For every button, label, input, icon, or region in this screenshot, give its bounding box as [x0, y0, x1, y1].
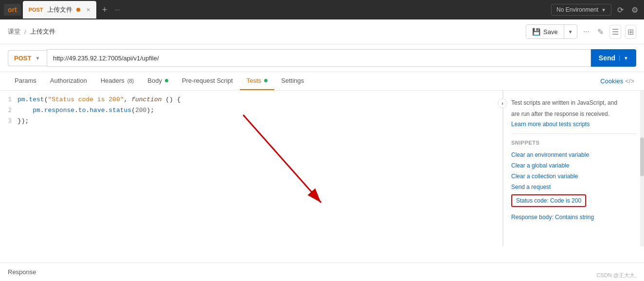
env-dropdown-icon: ▼ — [601, 7, 606, 13]
tab-headers-label: Headers — [101, 77, 125, 84]
tab-settings[interactable]: Settings — [274, 72, 311, 90]
snippet-clear-global[interactable]: Clear a global variable — [511, 160, 637, 171]
send-label: Send — [599, 54, 615, 62]
watermark: CSDN @王大大。 — [597, 272, 640, 279]
snippet-response-body-string[interactable]: Response body: Contains string — [511, 212, 637, 223]
line-content-2: pm.response.to.have.status(200); — [18, 105, 502, 116]
top-bar: ort POST 上传文件 ✕ + ··· No Environment ▼ ⟳… — [0, 0, 644, 19]
app-logo: ort — [4, 4, 21, 16]
line-content-1: pm.test("Status code is 200", function (… — [18, 94, 502, 105]
scrollbar-thumb[interactable] — [640, 137, 644, 176]
send-dropdown-icon[interactable]: ▼ — [619, 56, 628, 61]
top-bar-right: No Environment ▼ ⟳ ⚙ — [551, 3, 640, 17]
breadcrumb-current: 上传文件 — [30, 27, 55, 36]
breadcrumb-bar: 课堂 / 上传文件 💾 Save ▼ ··· ✎ ☰ ⊞ — [0, 19, 644, 44]
active-tab[interactable]: POST 上传文件 ✕ — [23, 1, 96, 19]
layout-icon[interactable]: ⊞ — [625, 25, 636, 39]
tab-title: 上传文件 — [47, 5, 72, 14]
tab-pre-request[interactable]: Pre-request Script — [175, 72, 240, 90]
method-selector[interactable]: POST ▼ — [8, 50, 47, 66]
tab-authorization-label: Authorization — [50, 77, 87, 84]
edit-icon[interactable]: ✎ — [595, 25, 606, 38]
code-line-3: 3 }); — [0, 116, 502, 127]
line-number-3: 3 — [0, 116, 18, 127]
breadcrumb-actions: 💾 Save ▼ ··· ✎ ☰ ⊞ — [526, 24, 636, 39]
snippet-send-request[interactable]: Send a request — [511, 182, 637, 192]
line-number-1: 1 — [0, 94, 18, 105]
tab-tests[interactable]: Tests — [240, 72, 274, 90]
url-bar: POST ▼ Send ▼ — [0, 44, 644, 72]
tab-params-label: Params — [15, 77, 36, 84]
learn-more-link[interactable]: Learn more about tests scripts — [511, 121, 590, 128]
tab-settings-label: Settings — [281, 77, 304, 84]
breadcrumb-more-icon[interactable]: ··· — [581, 25, 591, 38]
env-label: No Environment — [556, 6, 598, 13]
more-tabs-icon[interactable]: ··· — [113, 6, 122, 13]
add-tab-button[interactable]: + — [98, 5, 111, 15]
tab-method: POST — [29, 7, 43, 13]
headers-badge: (8) — [127, 78, 134, 84]
body-dot — [165, 79, 168, 82]
breadcrumb-parent[interactable]: 课堂 — [8, 27, 20, 36]
scrollbar-track — [640, 91, 644, 246]
snippet-clear-env[interactable]: Clear an environment variable — [511, 150, 637, 160]
svg-line-1 — [243, 115, 321, 203]
line-content-3: }); — [18, 116, 502, 127]
panel-toggle-icon[interactable]: › — [498, 98, 507, 108]
tests-dot — [264, 79, 268, 82]
tab-unsaved-dot — [76, 8, 80, 12]
code-icon[interactable]: </> — [623, 73, 636, 90]
snippet-clear-collection[interactable]: Clear a collection variable — [511, 171, 637, 182]
tab-body-label: Body — [147, 77, 162, 84]
right-panel: Test scripts are written in JavaScript, … — [503, 91, 644, 230]
url-input[interactable] — [47, 49, 591, 67]
tab-headers[interactable]: Headers (8) — [94, 72, 141, 90]
code-line-1: 1 pm.test("Status code is 200", function… — [0, 94, 502, 105]
panel-desc-line2: are run after the response is received. — [511, 110, 637, 119]
save-button[interactable]: 💾 Save ▼ — [526, 24, 577, 39]
request-tabs: Params Authorization Headers (8) Body Pr… — [0, 72, 644, 91]
save-label: Save — [543, 28, 558, 36]
tab-params[interactable]: Params — [8, 72, 43, 90]
method-dropdown-icon: ▼ — [35, 56, 40, 61]
cookies-link[interactable]: Cookies — [600, 73, 623, 90]
code-editor[interactable]: 1 pm.test("Status code is 200", function… — [0, 91, 503, 246]
panel-divider — [511, 133, 637, 134]
breadcrumb-separator: / — [24, 28, 26, 36]
line-number-2: 2 — [0, 105, 18, 116]
panel-desc-line1: Test scripts are written in JavaScript, … — [511, 98, 637, 108]
right-panel-wrapper: › Test scripts are written in JavaScript… — [503, 91, 644, 246]
tab-tests-label: Tests — [247, 77, 261, 84]
tab-close-icon[interactable]: ✕ — [86, 7, 90, 13]
tab-pre-request-label: Pre-request Script — [182, 77, 233, 84]
response-label: Response — [8, 268, 36, 276]
save-icon: 💾 — [532, 28, 540, 36]
settings-icon[interactable]: ⚙ — [629, 3, 640, 17]
environment-selector[interactable]: No Environment ▼ — [551, 4, 611, 16]
sidebar-toggle-icon[interactable]: ☰ — [609, 25, 621, 39]
save-btn-main[interactable]: 💾 Save — [526, 25, 564, 38]
snippet-status-200[interactable]: Status code: Code is 200 — [511, 194, 586, 207]
code-line-2: 2 pm.response.to.have.status(200); — [0, 105, 502, 116]
response-bar: Response — [0, 262, 644, 281]
save-dropdown-icon[interactable]: ▼ — [564, 26, 577, 37]
tab-body[interactable]: Body — [141, 72, 175, 90]
snippets-label: SNIPPETS — [511, 140, 637, 146]
tab-authorization[interactable]: Authorization — [43, 72, 94, 90]
send-button[interactable]: Send ▼ — [591, 49, 636, 67]
main-content: 1 pm.test("Status code is 200", function… — [0, 91, 644, 246]
method-label: POST — [14, 55, 31, 62]
sync-icon[interactable]: ⟳ — [615, 3, 626, 17]
